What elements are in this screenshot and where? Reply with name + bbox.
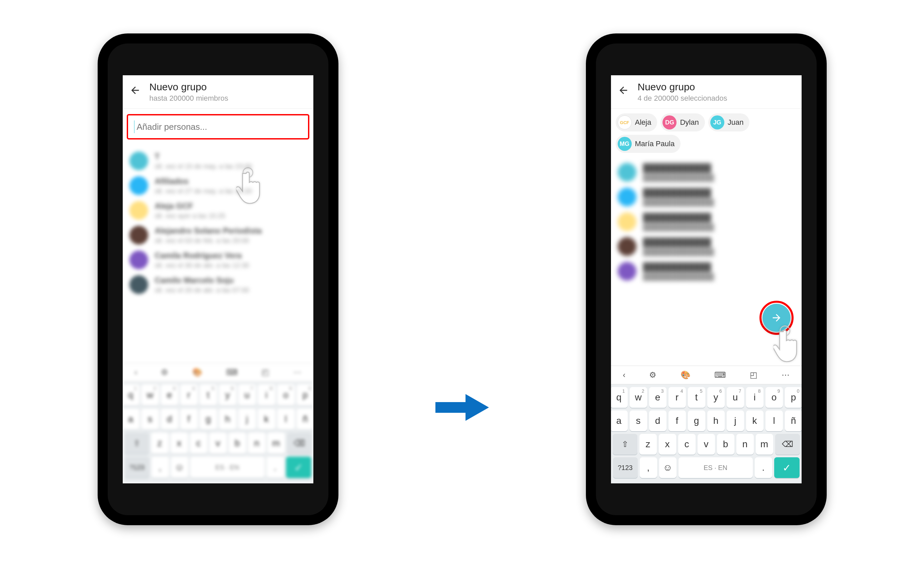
virtual-keyboard[interactable]: ‹⚙🎨⌨◰⋯ q1w2e3r4t5y6u7i8o9p0asdfghjklñ⇧zx… bbox=[611, 366, 802, 483]
selected-chip[interactable]: MGMaría Paula bbox=[616, 135, 681, 153]
key-e: e3 bbox=[161, 385, 178, 406]
selected-chip[interactable]: GCFAleja bbox=[616, 113, 657, 131]
key-h: h bbox=[219, 409, 236, 430]
key-c[interactable]: c bbox=[678, 434, 696, 455]
next-fab-button[interactable] bbox=[762, 304, 790, 332]
list-item[interactable]: ███████████████████████████ bbox=[618, 212, 795, 231]
palette-icon[interactable]: 🎨 bbox=[681, 370, 691, 380]
key-j: j bbox=[238, 409, 256, 430]
selected-chip[interactable]: DGDylan bbox=[660, 113, 705, 131]
key-backspace[interactable]: ⌫ bbox=[775, 434, 800, 455]
list-item[interactable]: Túlt. vez el 15 de may. a las 23:00 bbox=[129, 152, 307, 170]
search-highlight-box bbox=[127, 114, 309, 140]
key-w[interactable]: w2 bbox=[630, 387, 647, 408]
key-f[interactable]: f bbox=[669, 410, 686, 431]
chip-label: Juan bbox=[728, 118, 744, 127]
key-g[interactable]: g bbox=[688, 410, 705, 431]
key-n[interactable]: n bbox=[736, 434, 754, 455]
key-q[interactable]: q1 bbox=[611, 387, 628, 408]
page-title: Nuevo grupo bbox=[150, 81, 228, 93]
key-u[interactable]: u7 bbox=[727, 387, 744, 408]
chevron-left-icon[interactable]: ‹ bbox=[623, 370, 626, 380]
key-e[interactable]: e3 bbox=[649, 387, 666, 408]
key-symbols[interactable]: ?123 bbox=[613, 457, 638, 478]
list-item[interactable]: Camila Rodríguez Veraúlt. vez el 30 de a… bbox=[129, 251, 307, 269]
key-j[interactable]: j bbox=[727, 410, 744, 431]
chip-label: Dylan bbox=[680, 118, 699, 127]
key-space[interactable]: ES · EN bbox=[678, 457, 753, 478]
key-d[interactable]: d bbox=[649, 410, 666, 431]
avatar: DG bbox=[663, 116, 676, 129]
key-shift: ⇧ bbox=[124, 433, 149, 454]
key-l[interactable]: l bbox=[765, 410, 783, 431]
transition-arrow-icon bbox=[435, 391, 489, 425]
key-l: l bbox=[277, 409, 295, 430]
selected-chips: GCFAlejaDGDylanJGJuanMGMaría Paula bbox=[611, 109, 802, 155]
key-m[interactable]: m bbox=[756, 434, 773, 455]
key-b[interactable]: b bbox=[717, 434, 734, 455]
key-o[interactable]: o9 bbox=[765, 387, 783, 408]
app-header: Nuevo grupo 4 de 200000 seleccionados bbox=[611, 75, 802, 109]
list-item[interactable]: Camilo Marcelo Sojuúlt. vez el 20 de abr… bbox=[129, 275, 307, 294]
keyboard-icon[interactable]: ⌨ bbox=[714, 370, 726, 380]
list-item[interactable]: ███████████████████████████ bbox=[618, 237, 795, 256]
screen-left: Nuevo grupo hasta 200000 miembros Túlt. … bbox=[123, 75, 314, 483]
screen-right: Nuevo grupo 4 de 200000 seleccionados GC… bbox=[611, 75, 802, 483]
key-y[interactable]: y6 bbox=[707, 387, 724, 408]
key-enter[interactable]: ✓ bbox=[774, 457, 800, 478]
key-enter: ✓ bbox=[286, 457, 311, 478]
phone-bezel: Nuevo grupo hasta 200000 miembros Túlt. … bbox=[108, 44, 328, 515]
key-a[interactable]: a bbox=[611, 410, 628, 431]
key-f: f bbox=[180, 409, 198, 430]
selected-chip[interactable]: JGJuan bbox=[708, 113, 750, 131]
more-icon[interactable]: ⋯ bbox=[782, 370, 790, 380]
chip-label: María Paula bbox=[635, 140, 675, 148]
phone-left: Nuevo grupo hasta 200000 miembros Túlt. … bbox=[98, 33, 338, 525]
key-c: c bbox=[190, 433, 207, 454]
key-shift[interactable]: ⇧ bbox=[613, 434, 638, 455]
add-people-input[interactable] bbox=[136, 122, 302, 132]
key-t[interactable]: t5 bbox=[688, 387, 705, 408]
key-space: ES · EN bbox=[190, 457, 264, 478]
key-p[interactable]: p0 bbox=[785, 387, 802, 408]
sticker-icon[interactable]: ◰ bbox=[750, 370, 758, 380]
key-m: m bbox=[267, 433, 285, 454]
key-v[interactable]: v bbox=[698, 434, 715, 455]
key-s[interactable]: s bbox=[630, 410, 647, 431]
back-button[interactable] bbox=[129, 85, 146, 99]
keyboard-toolbar[interactable]: ‹⚙🎨⌨◰⋯ bbox=[611, 366, 802, 385]
key-i[interactable]: i8 bbox=[746, 387, 764, 408]
key-k: k bbox=[258, 409, 275, 430]
gear-icon[interactable]: ⚙ bbox=[649, 370, 657, 380]
back-button[interactable] bbox=[618, 85, 634, 99]
key-period[interactable]: . bbox=[755, 457, 772, 478]
phone-bezel: Nuevo grupo 4 de 200000 seleccionados GC… bbox=[596, 44, 817, 515]
contact-list-blurred: ████████████████████████████████████████… bbox=[611, 155, 802, 316]
list-item[interactable]: Aleja GCFúlt. vez ayer a las 15:25 bbox=[129, 201, 307, 220]
key-t: t5 bbox=[200, 385, 217, 406]
key-h[interactable]: h bbox=[707, 410, 724, 431]
list-item[interactable]: Afiliadosúlt. vez el 27 de may. a las 10… bbox=[129, 176, 307, 195]
key-emoji: ☺ bbox=[171, 457, 188, 478]
app-header: Nuevo grupo hasta 200000 miembros bbox=[123, 75, 314, 109]
key-k[interactable]: k bbox=[746, 410, 764, 431]
key-r[interactable]: r4 bbox=[669, 387, 686, 408]
key-i: i8 bbox=[258, 385, 275, 406]
key-ñ[interactable]: ñ bbox=[785, 410, 802, 431]
key-z[interactable]: z bbox=[639, 434, 657, 455]
key-y: y6 bbox=[219, 385, 236, 406]
list-item[interactable]: ███████████████████████████ bbox=[618, 163, 795, 182]
key-o: o9 bbox=[277, 385, 295, 406]
phone-right: Nuevo grupo 4 de 200000 seleccionados GC… bbox=[586, 33, 826, 525]
list-item[interactable]: ███████████████████████████ bbox=[618, 262, 795, 281]
avatar: MG bbox=[618, 137, 632, 151]
list-item[interactable]: ███████████████████████████ bbox=[618, 188, 795, 206]
key-u: u7 bbox=[238, 385, 256, 406]
list-item[interactable]: Alejandro Solano Periodistaúlt. vez el 0… bbox=[129, 226, 307, 245]
key-x[interactable]: x bbox=[659, 434, 676, 455]
key-emoji[interactable]: ☺ bbox=[659, 457, 676, 478]
key-period: . bbox=[267, 457, 284, 478]
key-comma[interactable]: , bbox=[640, 457, 657, 478]
key-z: z bbox=[151, 433, 168, 454]
page-subtitle: 4 de 200000 seleccionados bbox=[638, 94, 728, 103]
